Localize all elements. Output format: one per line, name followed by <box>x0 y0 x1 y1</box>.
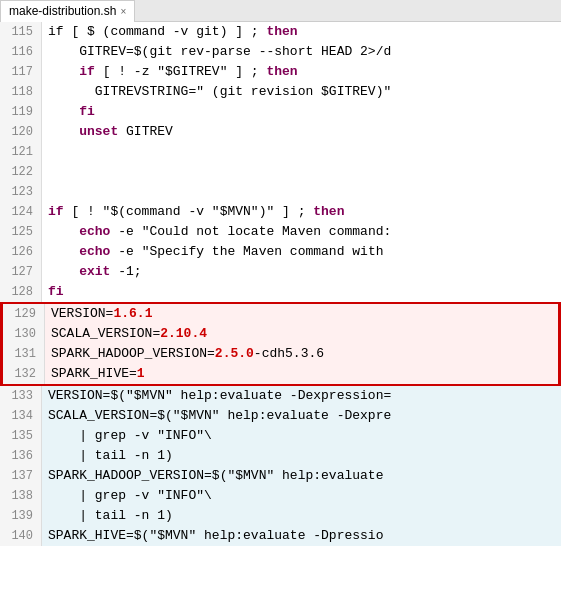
token: exit <box>79 264 110 279</box>
line-content: SPARK_HIVE=1 <box>45 364 558 384</box>
line: 131SPARK_HADOOP_VERSION=2.5.0-cdh5.3.6 <box>0 344 561 364</box>
token: SPARK_HADOOP_VERSION=$("$MVN" help:evalu… <box>48 468 383 483</box>
line-number: 118 <box>0 82 42 102</box>
line-content: fi <box>42 102 561 122</box>
token <box>48 264 79 279</box>
line-number: 119 <box>0 102 42 122</box>
line: 124if [ ! "$(command -v "$MVN")" ] ; the… <box>0 202 561 222</box>
line: 135 | grep -v "INFO"\ <box>0 426 561 446</box>
line: 136 | tail -n 1) <box>0 446 561 466</box>
line-number: 132 <box>3 364 45 384</box>
file-tab[interactable]: make-distribution.sh × <box>0 0 135 22</box>
line-number: 131 <box>3 344 45 364</box>
line-number: 121 <box>0 142 42 162</box>
line-number: 129 <box>3 304 45 324</box>
token: VERSION= <box>51 306 113 321</box>
token: SPARK_HIVE= <box>51 366 137 381</box>
token: if [ $ (command -v git) ] ; <box>48 24 266 39</box>
token: SCALA_VERSION=$("$MVN" help:evaluate -De… <box>48 408 391 423</box>
line-content: if [ $ (command -v git) ] ; then <box>42 22 561 42</box>
token: GITREVSTRING=" (git revision $GITREV)" <box>48 84 391 99</box>
token: | tail -n 1) <box>48 508 173 523</box>
token: 1.6.1 <box>113 306 152 321</box>
line: 121 <box>0 142 561 162</box>
line: 127 exit -1; <box>0 262 561 282</box>
line: 122 <box>0 162 561 182</box>
line-content: fi <box>42 282 561 302</box>
token: SPARK_HIVE=$("$MVN" help:evaluate -Dpres… <box>48 528 383 543</box>
line-number: 140 <box>0 526 42 546</box>
token: if <box>48 204 64 219</box>
token: VERSION=$("$MVN" help:evaluate -Dexpress… <box>48 388 391 403</box>
line-content: SCALA_VERSION=$("$MVN" help:evaluate -De… <box>42 406 561 426</box>
token: SPARK_HADOOP_VERSION= <box>51 346 215 361</box>
token: | grep -v "INFO"\ <box>48 428 212 443</box>
token: then <box>266 64 297 79</box>
token: 2.10.4 <box>160 326 207 341</box>
token <box>48 244 79 259</box>
line-content: SCALA_VERSION=2.10.4 <box>45 324 558 344</box>
line: 134SCALA_VERSION=$("$MVN" help:evaluate … <box>0 406 561 426</box>
line: 125 echo -e "Could not locate Maven comm… <box>0 222 561 242</box>
token: -1; <box>110 264 141 279</box>
token: if <box>79 64 95 79</box>
token: GITREV <box>118 124 173 139</box>
line: 126 echo -e "Specify the Maven command w… <box>0 242 561 262</box>
line-number: 115 <box>0 22 42 42</box>
line-number: 138 <box>0 486 42 506</box>
line-number: 137 <box>0 466 42 486</box>
token: fi <box>48 284 64 299</box>
line: 128fi <box>0 282 561 302</box>
line-content: | tail -n 1) <box>42 446 561 466</box>
token: 1 <box>137 366 145 381</box>
token: then <box>313 204 344 219</box>
line: 123 <box>0 182 561 202</box>
line-content: | grep -v "INFO"\ <box>42 426 561 446</box>
token <box>48 64 79 79</box>
tab-close-icon[interactable]: × <box>120 6 126 17</box>
token: -e "Could not locate Maven command: <box>110 224 391 239</box>
line-number: 123 <box>0 182 42 202</box>
token: fi <box>79 104 95 119</box>
line-content: SPARK_HADOOP_VERSION=2.5.0-cdh5.3.6 <box>45 344 558 364</box>
token: -cdh5.3.6 <box>254 346 324 361</box>
line-content: unset GITREV <box>42 122 561 142</box>
line-number: 136 <box>0 446 42 466</box>
line: 130SCALA_VERSION=2.10.4 <box>0 324 561 344</box>
token: -e "Specify the Maven command with <box>110 244 383 259</box>
line-number: 133 <box>0 386 42 406</box>
line: 139 | tail -n 1) <box>0 506 561 526</box>
line-content: if [ ! "$(command -v "$MVN")" ] ; then <box>42 202 561 222</box>
line-number: 128 <box>0 282 42 302</box>
line-number: 125 <box>0 222 42 242</box>
token: | tail -n 1) <box>48 448 173 463</box>
line: 140SPARK_HIVE=$("$MVN" help:evaluate -Dp… <box>0 526 561 546</box>
token: echo <box>79 224 110 239</box>
line: 133VERSION=$("$MVN" help:evaluate -Dexpr… <box>0 386 561 406</box>
line-number: 130 <box>3 324 45 344</box>
tab-filename: make-distribution.sh <box>9 4 116 18</box>
line-number: 122 <box>0 162 42 182</box>
line-number: 126 <box>0 242 42 262</box>
line: 138 | grep -v "INFO"\ <box>0 486 561 506</box>
line: 117 if [ ! -z "$GITREV" ] ; then <box>0 62 561 82</box>
line: 115if [ $ (command -v git) ] ; then <box>0 22 561 42</box>
line-content: echo -e "Specify the Maven command with <box>42 242 561 262</box>
token: 2.5.0 <box>215 346 254 361</box>
line-content: echo -e "Could not locate Maven command: <box>42 222 561 242</box>
line-content: if [ ! -z "$GITREV" ] ; then <box>42 62 561 82</box>
token: SCALA_VERSION= <box>51 326 160 341</box>
line-number: 117 <box>0 62 42 82</box>
line-number: 139 <box>0 506 42 526</box>
line-number: 134 <box>0 406 42 426</box>
line-content: | grep -v "INFO"\ <box>42 486 561 506</box>
line-number: 120 <box>0 122 42 142</box>
token: unset <box>79 124 118 139</box>
line-number: 127 <box>0 262 42 282</box>
token: [ ! "$(command -v "$MVN")" ] ; <box>64 204 314 219</box>
line-content: VERSION=1.6.1 <box>45 304 558 324</box>
tab-bar: make-distribution.sh × <box>0 0 561 22</box>
line: 120 unset GITREV <box>0 122 561 142</box>
line-content: SPARK_HADOOP_VERSION=$("$MVN" help:evalu… <box>42 466 561 486</box>
line-content: SPARK_HIVE=$("$MVN" help:evaluate -Dpres… <box>42 526 561 546</box>
